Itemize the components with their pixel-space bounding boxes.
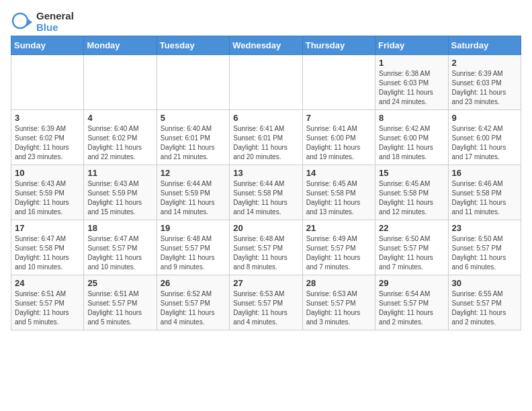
day-number: 11: [87, 168, 152, 178]
day-info: Sunrise: 6:48 AM Sunset: 5:57 PM Dayligh…: [161, 234, 226, 272]
calendar-cell: 2Sunrise: 6:39 AM Sunset: 6:03 PM Daylig…: [448, 55, 521, 110]
day-info: Sunrise: 6:41 AM Sunset: 6:00 PM Dayligh…: [306, 124, 371, 162]
day-header-monday: Monday: [84, 36, 157, 55]
day-number: 2: [452, 58, 517, 68]
calendar-cell: 14Sunrise: 6:45 AM Sunset: 5:58 PM Dayli…: [302, 165, 375, 220]
day-info: Sunrise: 6:43 AM Sunset: 5:59 PM Dayligh…: [15, 179, 80, 217]
calendar-cell: 23Sunrise: 6:50 AM Sunset: 5:57 PM Dayli…: [448, 220, 521, 275]
calendar-cell: 11Sunrise: 6:43 AM Sunset: 5:59 PM Dayli…: [84, 165, 157, 220]
logo-general: General: [36, 11, 74, 22]
day-info: Sunrise: 6:38 AM Sunset: 6:03 PM Dayligh…: [379, 69, 444, 107]
day-info: Sunrise: 6:50 AM Sunset: 5:57 PM Dayligh…: [379, 234, 444, 272]
calendar-week-4: 17Sunrise: 6:47 AM Sunset: 5:58 PM Dayli…: [11, 220, 521, 275]
calendar-cell: 3Sunrise: 6:39 AM Sunset: 6:02 PM Daylig…: [11, 110, 84, 165]
day-number: 27: [233, 278, 298, 288]
day-number: 18: [87, 223, 152, 233]
calendar-cell: 1Sunrise: 6:38 AM Sunset: 6:03 PM Daylig…: [375, 55, 448, 110]
calendar-week-5: 24Sunrise: 6:51 AM Sunset: 5:57 PM Dayli…: [11, 275, 521, 330]
calendar-cell: 15Sunrise: 6:45 AM Sunset: 5:58 PM Dayli…: [375, 165, 448, 220]
calendar-cell: [11, 55, 84, 110]
calendar-week-2: 3Sunrise: 6:39 AM Sunset: 6:02 PM Daylig…: [11, 110, 521, 165]
day-number: 20: [233, 223, 298, 233]
calendar-cell: 22Sunrise: 6:50 AM Sunset: 5:57 PM Dayli…: [375, 220, 448, 275]
day-info: Sunrise: 6:43 AM Sunset: 5:59 PM Dayligh…: [87, 179, 152, 217]
day-info: Sunrise: 6:50 AM Sunset: 5:57 PM Dayligh…: [452, 234, 517, 272]
calendar-week-3: 10Sunrise: 6:43 AM Sunset: 5:59 PM Dayli…: [11, 165, 521, 220]
day-number: 16: [452, 168, 517, 178]
day-number: 7: [306, 113, 371, 123]
day-info: Sunrise: 6:48 AM Sunset: 5:57 PM Dayligh…: [233, 234, 298, 272]
calendar-cell: 18Sunrise: 6:47 AM Sunset: 5:57 PM Dayli…: [84, 220, 157, 275]
day-info: Sunrise: 6:53 AM Sunset: 5:57 PM Dayligh…: [306, 289, 371, 327]
day-number: 17: [15, 223, 80, 233]
svg-marker-1: [27, 18, 32, 26]
day-number: 30: [452, 278, 517, 288]
day-info: Sunrise: 6:42 AM Sunset: 6:00 PM Dayligh…: [452, 124, 517, 162]
day-header-sunday: Sunday: [11, 36, 84, 55]
calendar-cell: 25Sunrise: 6:51 AM Sunset: 5:57 PM Dayli…: [84, 275, 157, 330]
day-header-saturday: Saturday: [448, 36, 521, 55]
day-info: Sunrise: 6:54 AM Sunset: 5:57 PM Dayligh…: [379, 289, 444, 327]
day-number: 3: [15, 113, 80, 123]
day-number: 9: [452, 113, 517, 123]
day-info: Sunrise: 6:55 AM Sunset: 5:57 PM Dayligh…: [452, 289, 517, 327]
day-number: 10: [15, 168, 80, 178]
day-info: Sunrise: 6:41 AM Sunset: 6:01 PM Dayligh…: [233, 124, 298, 162]
calendar-header-row: SundayMondayTuesdayWednesdayThursdayFrid…: [11, 36, 521, 55]
day-number: 15: [379, 168, 444, 178]
day-info: Sunrise: 6:47 AM Sunset: 5:57 PM Dayligh…: [87, 234, 152, 272]
calendar-cell: 4Sunrise: 6:40 AM Sunset: 6:02 PM Daylig…: [84, 110, 157, 165]
calendar-cell: 28Sunrise: 6:53 AM Sunset: 5:57 PM Dayli…: [302, 275, 375, 330]
calendar-cell: 5Sunrise: 6:40 AM Sunset: 6:01 PM Daylig…: [157, 110, 229, 165]
day-number: 5: [161, 113, 226, 123]
day-header-thursday: Thursday: [302, 36, 375, 55]
day-info: Sunrise: 6:42 AM Sunset: 6:00 PM Dayligh…: [379, 124, 444, 162]
calendar-cell: [157, 55, 229, 110]
day-header-wednesday: Wednesday: [230, 36, 302, 55]
calendar-cell: 24Sunrise: 6:51 AM Sunset: 5:57 PM Dayli…: [11, 275, 84, 330]
calendar-cell: 26Sunrise: 6:52 AM Sunset: 5:57 PM Dayli…: [157, 275, 229, 330]
day-info: Sunrise: 6:44 AM Sunset: 5:59 PM Dayligh…: [161, 179, 226, 217]
day-header-friday: Friday: [375, 36, 448, 55]
calendar-cell: [230, 55, 302, 110]
day-info: Sunrise: 6:45 AM Sunset: 5:58 PM Dayligh…: [306, 179, 371, 217]
day-info: Sunrise: 6:40 AM Sunset: 6:02 PM Dayligh…: [87, 124, 152, 162]
day-info: Sunrise: 6:45 AM Sunset: 5:58 PM Dayligh…: [379, 179, 444, 217]
logo-container: General Blue: [11, 11, 74, 33]
calendar-cell: 12Sunrise: 6:44 AM Sunset: 5:59 PM Dayli…: [157, 165, 229, 220]
day-number: 4: [87, 113, 152, 123]
page-header: General Blue: [11, 11, 521, 33]
day-number: 21: [306, 223, 371, 233]
day-number: 25: [87, 278, 152, 288]
calendar-cell: [302, 55, 375, 110]
calendar-cell: 6Sunrise: 6:41 AM Sunset: 6:01 PM Daylig…: [230, 110, 302, 165]
day-header-tuesday: Tuesday: [157, 36, 229, 55]
calendar-cell: 7Sunrise: 6:41 AM Sunset: 6:00 PM Daylig…: [302, 110, 375, 165]
day-number: 29: [379, 278, 444, 288]
day-number: 28: [306, 278, 371, 288]
calendar-cell: 20Sunrise: 6:48 AM Sunset: 5:57 PM Dayli…: [230, 220, 302, 275]
day-info: Sunrise: 6:53 AM Sunset: 5:57 PM Dayligh…: [233, 289, 298, 327]
calendar-cell: 29Sunrise: 6:54 AM Sunset: 5:57 PM Dayli…: [375, 275, 448, 330]
day-number: 13: [233, 168, 298, 178]
calendar-week-1: 1Sunrise: 6:38 AM Sunset: 6:03 PM Daylig…: [11, 55, 521, 110]
day-info: Sunrise: 6:46 AM Sunset: 5:58 PM Dayligh…: [452, 179, 517, 217]
day-info: Sunrise: 6:40 AM Sunset: 6:01 PM Dayligh…: [161, 124, 226, 162]
day-info: Sunrise: 6:51 AM Sunset: 5:57 PM Dayligh…: [87, 289, 152, 327]
day-number: 19: [161, 223, 226, 233]
logo: General Blue: [11, 11, 74, 33]
day-info: Sunrise: 6:44 AM Sunset: 5:58 PM Dayligh…: [233, 179, 298, 217]
day-info: Sunrise: 6:39 AM Sunset: 6:03 PM Dayligh…: [452, 69, 517, 107]
calendar-cell: [84, 55, 157, 110]
day-number: 14: [306, 168, 371, 178]
calendar-cell: 19Sunrise: 6:48 AM Sunset: 5:57 PM Dayli…: [157, 220, 229, 275]
calendar-cell: 10Sunrise: 6:43 AM Sunset: 5:59 PM Dayli…: [11, 165, 84, 220]
calendar-cell: 8Sunrise: 6:42 AM Sunset: 6:00 PM Daylig…: [375, 110, 448, 165]
logo-blue: Blue: [36, 22, 74, 34]
day-number: 26: [161, 278, 226, 288]
logo-text: General Blue: [36, 11, 74, 33]
calendar-cell: 17Sunrise: 6:47 AM Sunset: 5:58 PM Dayli…: [11, 220, 84, 275]
day-number: 12: [161, 168, 226, 178]
day-info: Sunrise: 6:47 AM Sunset: 5:58 PM Dayligh…: [15, 234, 80, 272]
logo-icon-area: [11, 11, 32, 33]
